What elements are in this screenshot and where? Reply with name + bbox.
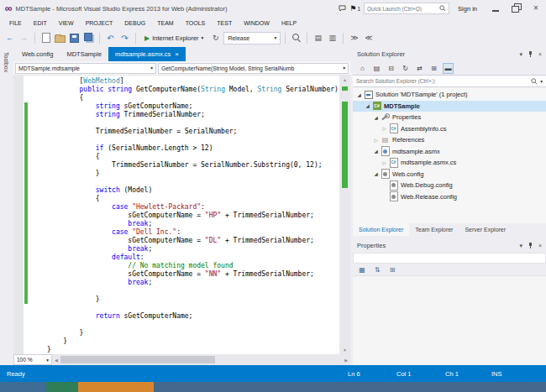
tree-item-mdtsample-asmx[interactable]: ◢mdtsample.asmx bbox=[353, 146, 546, 158]
code-editor[interactable]: [WebMethod] public string GetComputerNam… bbox=[13, 76, 339, 354]
tree-item-solution-mdtsample-1-project[interactable]: ◢Solution 'MDTSample' (1 project) bbox=[353, 89, 546, 101]
menu-window[interactable]: WINDOW bbox=[238, 20, 276, 26]
tree-item-references[interactable]: ▷References bbox=[353, 134, 546, 146]
show-all-files-icon[interactable]: ▤ bbox=[371, 63, 382, 74]
scrollbar-track[interactable] bbox=[60, 354, 342, 365]
tab-mdtsample[interactable]: MDTSample bbox=[60, 47, 108, 61]
menu-view[interactable]: VIEW bbox=[53, 20, 80, 26]
close-button[interactable]: × bbox=[526, 0, 546, 16]
tree-item-properties[interactable]: ◢Properties bbox=[353, 112, 546, 123]
taskbar-segment[interactable] bbox=[78, 382, 154, 392]
sync-with-active-document-icon[interactable]: ⇄ bbox=[414, 63, 425, 74]
tree-item-mdtsample[interactable]: ◢MDTSample bbox=[353, 101, 546, 112]
alphabetical-icon[interactable]: ⇅ bbox=[372, 264, 382, 274]
feedback-icon[interactable] bbox=[339, 5, 346, 12]
close-icon[interactable]: × bbox=[538, 243, 542, 248]
expanded-arrow-icon[interactable]: ◢ bbox=[355, 92, 363, 97]
chevron-down-icon[interactable]: ▾ bbox=[202, 35, 204, 40]
collapsed-arrow-icon[interactable]: ▷ bbox=[372, 138, 380, 143]
properties-icon[interactable]: ⊞ bbox=[428, 63, 439, 74]
editor-vertical-scrollbar[interactable]: ▲ ▼ bbox=[339, 76, 350, 354]
home-icon[interactable]: ⌂ bbox=[357, 63, 368, 74]
save-icon[interactable] bbox=[68, 32, 81, 44]
solution-search-input[interactable] bbox=[356, 78, 528, 84]
undo-icon[interactable]: ↶ bbox=[104, 32, 117, 44]
minimize-button[interactable] bbox=[486, 0, 506, 16]
expanded-arrow-icon[interactable]: ◢ bbox=[372, 115, 380, 120]
scroll-up-icon[interactable]: ▲ bbox=[343, 76, 347, 84]
menu-test[interactable]: TEST bbox=[211, 20, 238, 26]
start-debug-button[interactable]: ▶ Internet Explorer ▾ bbox=[140, 31, 207, 45]
panel-tab-team-explorer[interactable]: Team Explorer bbox=[409, 223, 459, 236]
taskbar-segment[interactable] bbox=[0, 382, 46, 392]
property-pages-icon[interactable]: ⊞ bbox=[387, 264, 397, 274]
comment-selection-icon[interactable]: ▤ bbox=[312, 32, 324, 44]
find-icon[interactable] bbox=[290, 32, 302, 44]
solution-explorer-search[interactable]: ▾ bbox=[353, 75, 546, 87]
quick-launch-box[interactable] bbox=[364, 3, 449, 14]
refresh-icon[interactable]: ↻ bbox=[400, 63, 411, 74]
editor-horizontal-scrollbar[interactable]: ◀ ▶ bbox=[52, 354, 350, 365]
tree-item-web-config[interactable]: ◢Web.config bbox=[353, 169, 546, 180]
save-all-icon[interactable] bbox=[82, 32, 95, 44]
pin-icon[interactable] bbox=[528, 242, 533, 249]
restore-button[interactable] bbox=[506, 0, 526, 16]
redo-icon[interactable]: ↷ bbox=[118, 32, 131, 44]
properties-object-dropdown[interactable] bbox=[353, 253, 546, 264]
window-position-icon[interactable]: ▾ bbox=[519, 51, 522, 58]
zoom-dropdown[interactable]: 100 % ▾ bbox=[13, 354, 52, 365]
tree-item-mdtsample-asmx-cs[interactable]: ▷mdtsample.asmx.cs bbox=[353, 157, 546, 169]
panel-tab-solution-explorer[interactable]: Solution Explorer bbox=[353, 223, 409, 236]
collapsed-arrow-icon[interactable]: ▷ bbox=[381, 160, 388, 165]
toolbox-tab[interactable]: Toolbox bbox=[0, 47, 13, 365]
navigate-backward-icon[interactable]: ← bbox=[3, 32, 16, 44]
navigate-forward-icon[interactable]: → bbox=[18, 32, 30, 44]
scroll-left-icon[interactable]: ◀ bbox=[52, 358, 60, 363]
collapsed-arrow-icon[interactable]: ▷ bbox=[381, 126, 388, 131]
categorized-icon[interactable]: ▦ bbox=[357, 264, 367, 274]
close-icon[interactable]: × bbox=[538, 51, 542, 57]
tree-item-web-debug-config[interactable]: Web.Debug.config bbox=[353, 180, 546, 191]
menu-tools[interactable]: TOOLS bbox=[180, 20, 212, 26]
solution-tree: ◢Solution 'MDTSample' (1 project)◢MDTSam… bbox=[353, 87, 546, 223]
close-icon[interactable]: × bbox=[175, 51, 179, 58]
expanded-arrow-icon[interactable]: ◢ bbox=[364, 103, 371, 108]
scroll-right-icon[interactable]: ▶ bbox=[342, 358, 350, 363]
menu-debug[interactable]: DEBUG bbox=[118, 20, 151, 26]
chevron-down-icon[interactable]: ▾ bbox=[540, 79, 543, 84]
windows-taskbar[interactable] bbox=[0, 382, 546, 392]
expanded-arrow-icon[interactable]: ◢ bbox=[372, 149, 380, 154]
new-file-icon[interactable] bbox=[39, 32, 52, 44]
member-dropdown[interactable]: GetComputerName(String Model, String Ser… bbox=[158, 63, 349, 74]
taskbar-segment[interactable] bbox=[46, 382, 78, 392]
menu-file[interactable]: FILE bbox=[3, 20, 28, 26]
pin-icon[interactable] bbox=[528, 50, 533, 58]
scroll-down-icon[interactable]: ▼ bbox=[343, 346, 347, 354]
solution-configuration-dropdown[interactable]: Release ▾ bbox=[223, 32, 281, 44]
menu-edit[interactable]: EDIT bbox=[28, 20, 53, 26]
window-position-icon[interactable]: ▾ bbox=[519, 243, 522, 249]
menu-project[interactable]: PROJECT bbox=[80, 20, 119, 26]
code-line: if (SerialNumber.Length > 12) bbox=[13, 144, 339, 153]
tree-item-assemblyinfo-cs[interactable]: ▷AssemblyInfo.cs bbox=[353, 123, 546, 135]
quick-launch-input[interactable] bbox=[367, 6, 438, 12]
browser-refresh-icon[interactable]: ↻ bbox=[209, 32, 222, 44]
uncomment-selection-icon[interactable]: ▥ bbox=[326, 32, 339, 44]
indent-icon[interactable]: ≫ bbox=[348, 32, 360, 44]
type-dropdown[interactable]: MDTSample.mdtsample ▾ bbox=[15, 63, 156, 74]
tree-item-web-release-config[interactable]: Web.Release.config bbox=[353, 191, 546, 203]
panel-tab-server-explorer[interactable]: Server Explorer bbox=[459, 223, 512, 236]
menu-help[interactable]: HELP bbox=[276, 20, 302, 26]
preview-selected-items-icon[interactable]: ▬ bbox=[443, 63, 454, 74]
notifications-flag-icon[interactable]: ⚑1 bbox=[349, 4, 360, 13]
tab-mdtsample-asmx-cs[interactable]: mdtsample.asmx.cs× bbox=[108, 47, 186, 61]
scrollbar-thumb[interactable] bbox=[60, 356, 215, 363]
outdent-icon[interactable]: ≪ bbox=[362, 32, 375, 44]
sign-in-link[interactable]: Sign in bbox=[458, 5, 477, 13]
open-file-icon[interactable] bbox=[54, 32, 66, 44]
menu-team[interactable]: TEAM bbox=[151, 20, 179, 26]
taskbar-segment[interactable] bbox=[154, 382, 546, 392]
tab-web-config[interactable]: Web.config bbox=[15, 47, 60, 61]
collapse-all-icon[interactable]: ⊟ bbox=[386, 63, 396, 74]
expanded-arrow-icon[interactable]: ◢ bbox=[372, 171, 380, 176]
